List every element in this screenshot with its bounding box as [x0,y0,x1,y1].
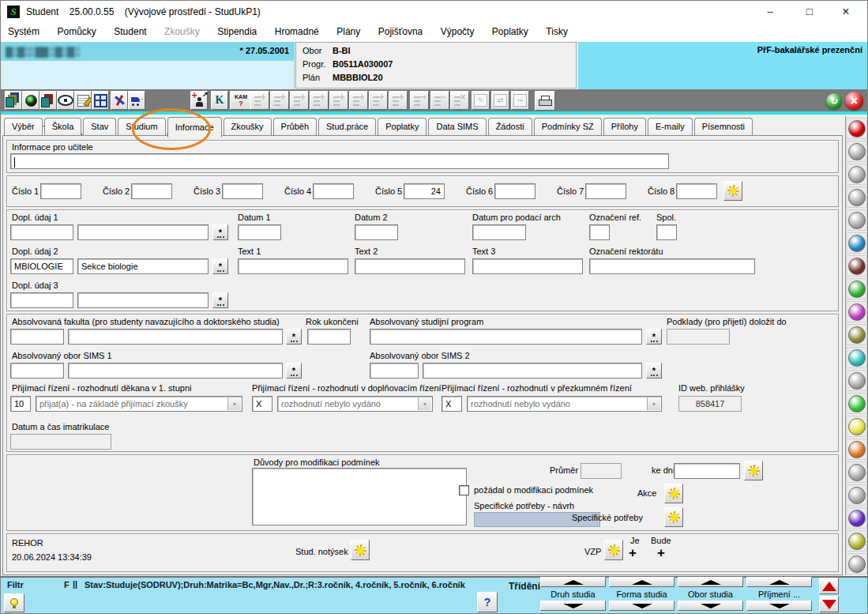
absolv-program-lookup-button[interactable] [646,329,662,345]
modifikace-checkbox[interactable] [459,485,469,495]
sort-obor-up-button[interactable] [678,577,743,587]
dopl1-code-input[interactable] [10,224,73,240]
ke-dni-action-button[interactable] [744,461,763,480]
copy-icon[interactable] [39,91,57,110]
oznaceni-rektoratu-input[interactable] [589,258,755,274]
fakulta-lookup-button[interactable] [286,329,302,345]
side-status-button[interactable] [846,530,867,552]
side-status-button[interactable] [846,255,867,277]
cisla-action-button[interactable] [723,181,742,201]
tab-zkousky[interactable]: Zkoušky [224,118,272,135]
k-icon[interactable]: K [211,91,228,110]
sims2-code-input[interactable] [370,363,419,379]
stroller-icon[interactable] [128,91,145,110]
menu-hromadne[interactable]: Hromadné [268,23,326,41]
menu-pojistovna[interactable]: Pojišťovna [371,23,430,41]
side-status-button[interactable] [846,439,867,460]
side-status-button[interactable] [846,461,867,483]
kam-icon[interactable]: KAM? [230,91,252,110]
tools-icon[interactable] [111,91,128,110]
menu-poplatky[interactable]: Poplatky [485,23,535,41]
absolv-program-input[interactable] [370,329,642,345]
sort-prijmeni-down-button[interactable] [746,601,812,611]
side-status-button[interactable] [846,186,867,208]
notysek-button[interactable] [351,540,370,560]
sort-forma-up-button[interactable] [609,577,674,587]
rizeni1-code-input[interactable]: 10 [10,396,31,412]
side-status-button[interactable] [846,553,867,574]
rok-input[interactable] [307,329,351,345]
side-status-button[interactable] [846,507,867,529]
print-icon[interactable] [535,91,555,111]
side-status-button[interactable] [846,484,867,506]
sort-forma-down-button[interactable] [609,601,674,611]
sort-druh-down-button[interactable] [540,601,606,611]
side-status-button[interactable] [846,278,867,299]
dopl3-text-input[interactable] [77,292,209,308]
tab-studium[interactable]: Studium [118,118,165,135]
scroll-down-button[interactable] [819,596,839,612]
filter-lightbulb-button[interactable] [4,593,24,612]
toolbar-close-icon[interactable]: × [845,92,863,110]
cislo4-input[interactable] [313,183,354,199]
scroll-up-button[interactable] [819,578,839,594]
akce-button[interactable] [664,484,683,503]
eye-icon[interactable] [57,91,74,110]
tab-informace[interactable]: Informace [167,117,222,137]
tab-prubeh[interactable]: Průběh [273,118,317,135]
menu-plany[interactable]: Plány [329,23,367,41]
cislo5-input[interactable]: 24 [404,183,445,199]
duvody-textarea[interactable] [252,468,467,525]
tab-podminky-sz[interactable]: Podmínky SZ [534,118,602,135]
vzp-button[interactable] [604,540,623,560]
spec-potreby-button[interactable] [664,507,683,527]
sort-prijmeni-up-button[interactable] [746,577,812,587]
cislo8-input[interactable] [676,183,717,199]
menu-student[interactable]: Student [107,23,153,41]
datum2-input[interactable] [355,224,398,240]
text2-input[interactable] [355,258,465,274]
refresh-icon[interactable]: ↻ [826,93,842,109]
rizeni2-code-input[interactable]: X [252,396,272,412]
menu-tisky[interactable]: Tisky [539,23,575,41]
menu-pomucky[interactable]: Pomůcky [50,23,103,41]
sims1-text-input[interactable] [68,363,283,379]
side-status-button[interactable] [846,209,867,231]
datum-arch-input[interactable] [472,224,526,240]
text1-input[interactable] [238,258,348,274]
dopl3-code-input[interactable] [10,292,73,308]
minimize-button[interactable]: – [752,1,788,23]
dopl2-text-input[interactable]: Sekce biologie [77,258,209,274]
ke-dni-input[interactable] [674,463,740,479]
sims2-lookup-button[interactable] [646,363,662,379]
side-status-button[interactable] [846,416,867,437]
fakulta-text-input[interactable] [68,329,283,345]
dopl2-code-input[interactable]: MBIOLOGIE [10,258,73,274]
notes-icon[interactable] [74,91,92,110]
tab-prilohy[interactable]: Přílohy [603,118,646,135]
sims1-code-input[interactable] [10,363,64,379]
side-status-button[interactable] [846,370,867,391]
cislo1-input[interactable] [40,183,81,199]
oznaceni-ref-input[interactable] [589,224,610,240]
side-status-button[interactable] [846,232,867,254]
dopl3-lookup-button[interactable] [212,292,228,308]
close-button[interactable]: × [828,1,864,23]
menu-stipendia[interactable]: Stipendia [210,23,264,41]
window-grid-icon[interactable] [92,91,109,110]
maximize-button[interactable]: □ [791,1,828,23]
person-export-icon[interactable] [190,91,208,110]
side-status-button[interactable] [846,118,867,139]
help-button[interactable]: ? [477,592,498,612]
dopl1-text-input[interactable] [77,224,209,240]
side-status-button[interactable] [846,324,867,345]
tab-data-sims[interactable]: Data SIMS [428,118,486,135]
tab-stud-prace[interactable]: Stud.práce [318,118,376,135]
datum1-input[interactable] [238,224,281,240]
fakulta-code-input[interactable] [10,329,64,345]
side-status-button[interactable] [846,301,867,322]
tab-vyber[interactable]: Výběr [4,118,43,135]
sims2-text-input[interactable] [423,363,642,379]
sort-obor-down-button[interactable] [678,601,743,611]
rizeni3-code-input[interactable]: X [442,396,462,412]
